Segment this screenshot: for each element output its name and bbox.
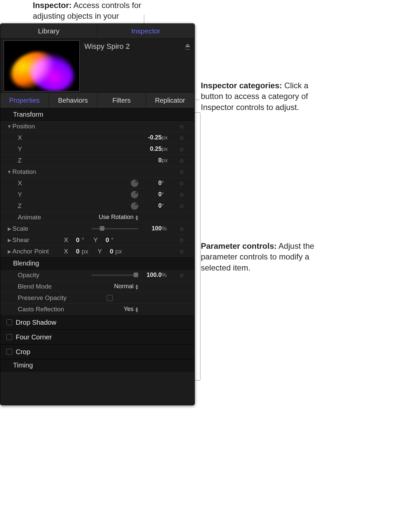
- preview-thumbnail: [4, 40, 80, 91]
- callout-params: Parameter controls: Adjust the parameter…: [201, 241, 315, 273]
- shear-y[interactable]: Y 0 °: [93, 236, 113, 244]
- keyframe-icon[interactable]: ◇: [172, 169, 192, 175]
- keyframe-icon[interactable]: ◇: [172, 226, 192, 232]
- leader-categories: [195, 100, 199, 100]
- keyframe-icon[interactable]: ◇: [172, 180, 192, 186]
- disclosure-position[interactable]: [6, 124, 12, 129]
- dial-rot-z[interactable]: [131, 202, 138, 210]
- tab-behaviors[interactable]: Behaviors: [49, 93, 97, 108]
- keyframe-icon[interactable]: ◇: [172, 272, 192, 278]
- tab-inspector[interactable]: Inspector: [97, 24, 194, 38]
- keyframe-icon[interactable]: ◇: [172, 248, 192, 254]
- inspector-panel: Library Inspector Wispy Spiro 2 ⏏ Proper…: [0, 23, 195, 405]
- section-transform: Transform: [0, 108, 194, 121]
- value-scale[interactable]: 100: [138, 225, 162, 232]
- checkbox-drop-shadow[interactable]: [6, 319, 12, 325]
- disclosure-anchor[interactable]: [6, 249, 12, 254]
- section-timing: Timing: [0, 359, 194, 371]
- row-anchor[interactable]: Anchor Point X 0 px Y 0 px ◇: [0, 246, 194, 257]
- row-preserve-opacity: Preserve Opacity: [0, 292, 194, 304]
- row-casts-reflection: Casts Reflection Yes ▴▾: [0, 304, 194, 315]
- stepper-icon: ▴▾: [136, 214, 138, 220]
- row-scale[interactable]: Scale 100 % ◇: [0, 223, 194, 234]
- tab-properties[interactable]: Properties: [0, 93, 49, 108]
- section-four-corner[interactable]: Four Corner: [0, 330, 194, 344]
- disclosure-scale[interactable]: [6, 226, 12, 231]
- leader-top: [144, 15, 144, 24]
- keyframe-icon[interactable]: ◇: [172, 192, 192, 198]
- category-tabs: Properties Behaviors Filters Replicator: [0, 93, 194, 108]
- row-animate: Animate Use Rotation ▴▾: [0, 212, 194, 223]
- value-rot-z[interactable]: 0: [138, 202, 162, 209]
- disclosure-shear[interactable]: [6, 237, 12, 243]
- row-rotation-y: Y 0 ° ◇: [0, 189, 194, 200]
- row-blend-mode: Blend Mode Normal ▴▾: [0, 281, 194, 292]
- bracket-params: [195, 112, 200, 381]
- popup-casts-reflection[interactable]: Yes ▴▾: [124, 306, 138, 313]
- dial-rot-x[interactable]: [131, 180, 138, 187]
- section-crop[interactable]: Crop: [0, 344, 194, 359]
- popup-animate[interactable]: Use Rotation ▴▾: [99, 214, 138, 221]
- stepper-icon: ▴▾: [136, 306, 138, 312]
- row-shear[interactable]: Shear X 0 ° Y 0 ° ◇: [0, 234, 194, 246]
- row-rotation-z: Z 0 ° ◇: [0, 200, 194, 212]
- row-position[interactable]: Position ◇: [0, 121, 194, 132]
- disclosure-rotation[interactable]: [6, 169, 12, 175]
- tab-library[interactable]: Library: [0, 24, 97, 38]
- keyframe-icon[interactable]: ◇: [172, 157, 192, 164]
- slider-scale[interactable]: [91, 228, 138, 229]
- keyframe-icon[interactable]: ◇: [172, 135, 192, 141]
- keyframe-icon[interactable]: ◇: [172, 203, 192, 209]
- value-rot-x[interactable]: 0: [138, 180, 162, 187]
- dial-rot-y[interactable]: [131, 191, 138, 198]
- slider-opacity[interactable]: [91, 275, 138, 276]
- stepper-icon: ▴▾: [136, 284, 138, 290]
- row-rotation[interactable]: Rotation ◇: [0, 166, 194, 178]
- section-blending: Blending: [0, 257, 194, 270]
- section-drop-shadow[interactable]: Drop Shadow: [0, 315, 194, 330]
- value-pos-x[interactable]: -0.25: [138, 134, 162, 141]
- value-pos-z[interactable]: 0: [138, 157, 162, 164]
- value-opacity[interactable]: 100.0: [138, 272, 162, 279]
- top-tabs: Library Inspector: [0, 24, 194, 39]
- checkbox-crop[interactable]: [6, 349, 12, 355]
- row-position-y: Y 0.25 px ◇: [0, 143, 194, 155]
- keyframe-icon[interactable]: ◇: [172, 123, 192, 129]
- popup-blend-mode[interactable]: Normal ▴▾: [114, 283, 138, 290]
- checkbox-preserve-opacity[interactable]: [107, 295, 113, 301]
- value-pos-y[interactable]: 0.25: [138, 145, 162, 152]
- anchor-y[interactable]: Y 0 px: [98, 248, 122, 255]
- keyframe-icon[interactable]: ◇: [172, 146, 192, 152]
- row-position-z: Z 0 px ◇: [0, 155, 194, 166]
- callout-categories: Inspector categories: Click a button to …: [201, 80, 315, 113]
- pin-icon[interactable]: ⏏: [184, 42, 190, 49]
- keyframe-icon[interactable]: ◇: [172, 237, 192, 243]
- row-rotation-x: X 0 ° ◇: [0, 178, 194, 189]
- value-rot-y[interactable]: 0: [138, 191, 162, 198]
- anchor-x[interactable]: X 0 px: [64, 248, 88, 255]
- object-header: Wispy Spiro 2 ⏏: [0, 39, 194, 93]
- tab-replicator[interactable]: Replicator: [146, 93, 194, 108]
- row-position-x: X -0.25 px ◇: [0, 132, 194, 143]
- row-opacity: Opacity 100.0 % ◇: [0, 270, 194, 281]
- object-name: Wispy Spiro 2: [84, 42, 130, 51]
- tab-filters[interactable]: Filters: [97, 93, 146, 108]
- shear-x[interactable]: X 0 °: [64, 236, 84, 244]
- checkbox-four-corner[interactable]: [6, 334, 12, 340]
